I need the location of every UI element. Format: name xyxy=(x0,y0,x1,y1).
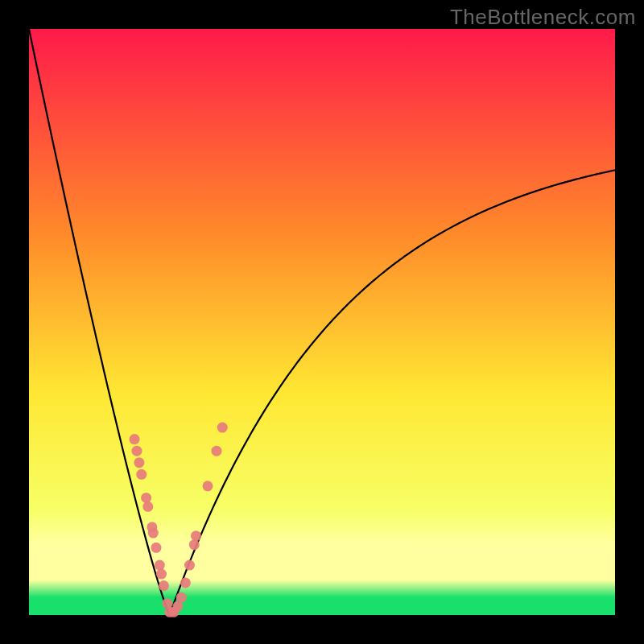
data-marker xyxy=(134,457,144,468)
data-marker xyxy=(148,528,159,539)
data-marker xyxy=(156,569,167,580)
data-marker xyxy=(142,502,153,512)
bottleneck-chart xyxy=(0,0,644,644)
data-marker xyxy=(217,423,228,433)
chart-frame: TheBottleneck.com xyxy=(0,0,644,644)
data-marker xyxy=(136,469,147,480)
data-marker xyxy=(191,530,201,541)
data-marker xyxy=(151,543,161,553)
plot-background xyxy=(29,29,615,615)
data-marker xyxy=(203,481,213,491)
data-marker xyxy=(180,577,191,588)
data-marker xyxy=(176,592,187,603)
data-marker xyxy=(211,446,221,456)
data-marker xyxy=(189,539,200,550)
watermark-text: TheBottleneck.com xyxy=(450,5,636,30)
data-marker xyxy=(130,434,140,444)
data-marker xyxy=(162,598,172,609)
data-marker xyxy=(184,560,195,571)
data-marker xyxy=(141,493,151,503)
data-marker xyxy=(155,560,165,571)
data-marker xyxy=(131,446,142,456)
data-marker xyxy=(159,580,169,591)
